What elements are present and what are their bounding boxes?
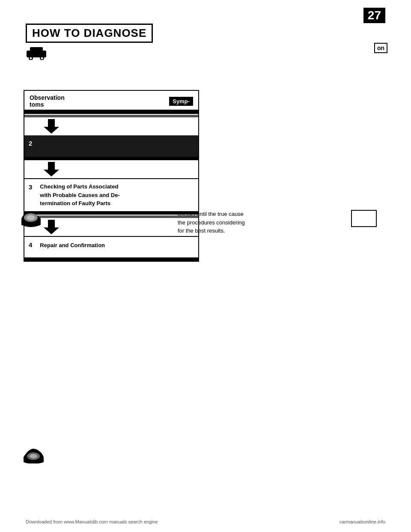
arrow-2 [24, 160, 198, 178]
svg-point-4 [30, 57, 32, 60]
svg-rect-1 [30, 47, 43, 52]
svg-point-5 [41, 57, 43, 60]
page-number: 27 [363, 8, 385, 23]
side-text-line2: the procedures considering [178, 218, 298, 227]
footer-left: Downloaded from www.Manualslib.com manua… [26, 519, 158, 524]
box2-number: 2 [24, 135, 36, 157]
symp-badge: Symp- [169, 97, 193, 106]
footer-right: carmanualsonline.info [340, 519, 385, 524]
observation-label: Observation [30, 94, 65, 101]
flowchart: Observation toms Symp- 2 [24, 90, 199, 262]
dark-bar-3 [24, 211, 198, 215]
page-title: HOW TO DIAGNOSE [26, 24, 153, 43]
side-text-line3: for the best results. [178, 227, 298, 235]
page-container: 27 HOW TO DIAGNOSE on Observation toms S… [0, 0, 411, 532]
svg-point-7 [27, 215, 35, 220]
box4-label: Repair and Confirmation [40, 242, 105, 248]
side-text: checks until the true cause the procedur… [178, 210, 298, 235]
dark-bar-4 [24, 257, 198, 261]
bottom-left-icon [21, 444, 45, 463]
arrow-1 [24, 117, 198, 135]
side-text-line1: checks until the true cause [178, 210, 298, 218]
dark-bar-1 [24, 110, 198, 114]
box4-number: 4 [24, 237, 36, 257]
dark-bar-2 [24, 157, 198, 160]
toms-label: toms [30, 101, 65, 108]
top-right-label: on [374, 43, 387, 53]
svg-point-9 [30, 454, 37, 458]
side-box [351, 210, 377, 227]
box3-label: Checking of Parts Associatedwith Probabl… [40, 183, 119, 206]
arrow-3 [24, 218, 198, 236]
flow-box-1: Observation toms Symp- [24, 91, 198, 110]
middle-left-icon [19, 206, 43, 229]
flow-box-2: 2 [24, 135, 198, 157]
flow-box-3: 3 Checking of Parts Associatedwith Proba… [24, 178, 198, 211]
top-left-icon [26, 43, 47, 64]
flow-box-4: 4 Repair and Confirmation [24, 236, 198, 257]
